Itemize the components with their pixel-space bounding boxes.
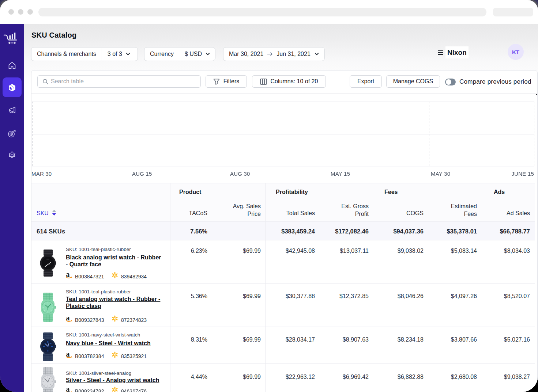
svg-text:a: a [66, 385, 70, 392]
